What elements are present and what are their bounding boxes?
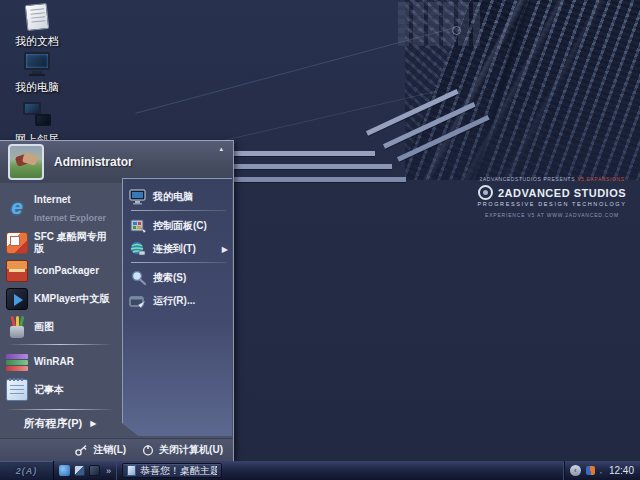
tray-collapse-chevron-icon[interactable]: ‹ <box>570 465 581 476</box>
search-icon <box>129 270 147 286</box>
log-off-label: 注销(L) <box>93 443 126 457</box>
menu-separator <box>8 409 112 410</box>
log-off-key-icon <box>75 444 88 456</box>
task-button[interactable]: 恭喜您！桌酷主题已... <box>122 463 222 478</box>
desktop-icon-my-computer[interactable]: 我的电脑 <box>4 52 70 95</box>
start-button[interactable]: 2(A) <box>0 461 54 480</box>
menu-item-label: 运行(R)... <box>153 294 195 308</box>
iconpackager-icon <box>6 260 28 282</box>
network-places-icon <box>23 102 51 128</box>
sfc-app-icon <box>6 232 28 254</box>
system-tray: ‹ ⹁ 12:40 <box>563 461 640 480</box>
start-menu-header: Administrator <box>0 141 233 183</box>
all-programs-label: 所有程序(P) <box>24 416 83 431</box>
kmplayer-icon <box>6 288 28 310</box>
menu-item-label: 画图 <box>34 321 54 333</box>
control-panel-icon <box>129 218 147 234</box>
quicklaunch-overflow-chevron[interactable]: » <box>104 466 111 476</box>
menu-item-paint[interactable]: 画图 <box>4 314 116 340</box>
menu-item-label: 连接到(T) <box>153 242 196 256</box>
menu-separator <box>131 262 226 263</box>
menu-item-label: 记事本 <box>34 384 64 396</box>
wallpaper-logo-subtitle: PROGRESSIVE DESIGN TECHNOLOGY <box>466 201 638 207</box>
menu-separator <box>10 344 110 345</box>
menu-item-label: Internet <box>34 194 71 205</box>
menu-item-label: 我的电脑 <box>153 190 193 204</box>
power-icon <box>142 444 154 456</box>
presents-text: 2ADVANCEDSTUDIOS PRESENTS <box>479 176 577 182</box>
quicklaunch-media-icon[interactable] <box>89 465 100 476</box>
user-name: Administrator <box>54 155 133 169</box>
my-documents-icon <box>25 3 50 31</box>
menu-item-sublabel: Internet Explorer <box>34 213 106 223</box>
menu-item-my-computer[interactable]: 我的电脑 <box>129 187 228 207</box>
2advanced-logo-icon <box>478 185 493 200</box>
my-computer-icon <box>24 52 50 76</box>
wallpaper-logo-block: 2ADVANCEDSTUDIOS PRESENTS V5.EXPANSIONS … <box>466 176 638 218</box>
menu-item-winrar[interactable]: WinRAR <box>4 349 116 375</box>
run-icon <box>129 293 147 309</box>
start-menu: ▴ Administrator 我的电脑 控制面板(C) <box>0 140 234 461</box>
menu-item-label: 搜索(S) <box>153 271 186 285</box>
menu-item-iconpackager[interactable]: IconPackager <box>4 258 116 284</box>
notepad-icon <box>6 379 28 401</box>
desktop-icon-label: 我的电脑 <box>15 80 59 95</box>
my-computer-icon <box>129 189 147 205</box>
menu-item-label: 控制面板(C) <box>153 219 207 233</box>
menu-item-label: IconPackager <box>34 265 99 277</box>
menu-item-label: WinRAR <box>34 356 74 368</box>
desktop-icon-my-documents[interactable]: 我的文档 <box>4 4 70 49</box>
menu-item-kmplayer[interactable]: KMPlayer中文版 <box>4 286 116 312</box>
all-programs-arrow-icon: ▶ <box>90 419 96 428</box>
log-off-button[interactable]: 注销(L) <box>75 443 126 457</box>
menu-item-search[interactable]: 搜索(S) <box>129 268 228 288</box>
tray-misc-icon[interactable]: ⹁ <box>600 466 602 476</box>
start-menu-right-column: 我的电脑 控制面板(C) 连接到(T) ▶ 搜索( <box>122 178 232 436</box>
menu-item-internet[interactable]: e Internet Internet Explorer <box>4 187 116 227</box>
presents-highlight: V5.EXPANSIONS <box>577 176 624 182</box>
menu-item-notepad[interactable]: 记事本 <box>4 377 116 403</box>
start-button-logo: 2(A) <box>16 466 38 476</box>
turn-off-computer-button[interactable]: 关闭计算机(U) <box>142 443 223 457</box>
menu-item-label: KMPlayer中文版 <box>34 293 110 305</box>
menu-item-connect-to[interactable]: 连接到(T) ▶ <box>129 239 228 259</box>
menu-item-sfc[interactable]: SFC 桌酷网专用版 <box>4 229 116 256</box>
flyout-arrow-icon: ▶ <box>222 245 228 254</box>
taskbar: 2(A) » 恭喜您！桌酷主题已... ‹ ⹁ 12:40 <box>0 461 640 480</box>
quicklaunch-ie-icon[interactable] <box>59 465 70 476</box>
taskbar-clock: 12:40 <box>607 465 634 476</box>
menu-item-label: SFC 桌酷网专用版 <box>34 231 114 254</box>
wallpaper-footer-line: EXPERIENCE V5 AT WWW.2ADVANCED.COM <box>466 212 638 218</box>
task-button-label: 恭喜您！桌酷主题已... <box>140 464 217 478</box>
desktop-icon-label: 我的文档 <box>15 34 59 49</box>
wallpaper-logo-title: 2ADVANCED STUDIOS <box>498 187 626 199</box>
quicklaunch-show-desktop-icon[interactable] <box>74 465 85 476</box>
menu-item-run[interactable]: 运行(R)... <box>129 291 228 311</box>
winrar-icon <box>6 351 28 373</box>
menu-pin-arrow-icon: ▴ <box>219 145 223 153</box>
start-menu-bottom-bar: 注销(L) 关闭计算机(U) <box>0 438 233 461</box>
connect-to-icon <box>129 241 147 257</box>
all-programs: 所有程序(P) ▶ <box>0 409 120 439</box>
all-programs-button[interactable]: 所有程序(P) ▶ <box>0 416 120 439</box>
paint-icon <box>6 316 28 338</box>
internet-explorer-icon: e <box>6 196 28 218</box>
menu-item-control-panel[interactable]: 控制面板(C) <box>129 216 228 236</box>
task-button-icon <box>127 465 136 476</box>
user-avatar <box>8 144 44 180</box>
menu-separator <box>131 210 226 211</box>
start-menu-left-column: e Internet Internet Explorer SFC 桌酷网专用版 … <box>0 187 120 405</box>
quick-launch: » <box>54 461 117 480</box>
tray-input-language-icon[interactable] <box>586 466 595 475</box>
turn-off-label: 关闭计算机(U) <box>159 443 223 457</box>
